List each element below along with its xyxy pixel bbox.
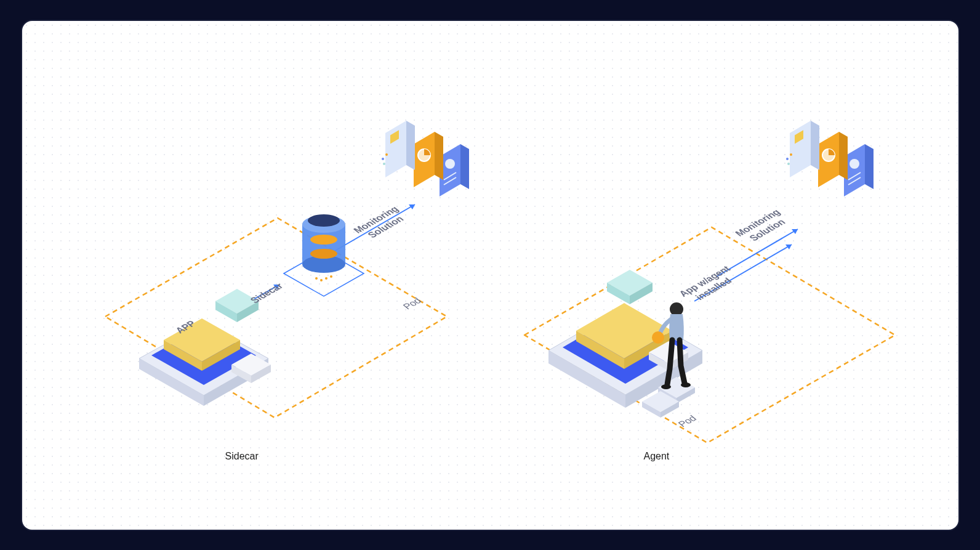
svg-point-9 xyxy=(315,277,318,280)
sidecar-caption: Sidecar xyxy=(225,451,259,462)
svg-point-18 xyxy=(383,163,385,165)
svg-point-32 xyxy=(787,163,790,165)
svg-point-23 xyxy=(670,302,683,316)
diagram-frame: APP Sidecar Monitoring Solution Pod xyxy=(21,20,960,531)
monitoring-cards-left xyxy=(382,121,469,196)
svg-point-25 xyxy=(661,384,671,389)
agent-diagram: App w/agent installed Monitoring Solutio… xyxy=(490,95,921,464)
pod-boundary-left xyxy=(105,218,447,418)
svg-point-11 xyxy=(325,277,327,280)
svg-point-6 xyxy=(308,214,340,227)
monitoring-cards-right xyxy=(786,121,874,196)
svg-point-10 xyxy=(320,279,323,281)
sidecar-diagram: APP Sidecar Monitoring Solution Pod xyxy=(59,95,465,464)
svg-point-24 xyxy=(652,331,664,344)
svg-point-27 xyxy=(849,159,859,169)
svg-point-26 xyxy=(681,382,691,387)
svg-point-16 xyxy=(385,153,388,156)
agent-caption: Agent xyxy=(644,451,670,462)
svg-point-7 xyxy=(310,235,337,245)
svg-point-12 xyxy=(330,275,332,278)
svg-point-31 xyxy=(786,158,789,160)
svg-point-13 xyxy=(445,159,455,169)
sidecar-container xyxy=(284,214,364,296)
svg-point-17 xyxy=(382,158,384,160)
svg-point-8 xyxy=(310,249,337,259)
app-platform xyxy=(139,289,271,406)
svg-point-30 xyxy=(790,153,792,156)
